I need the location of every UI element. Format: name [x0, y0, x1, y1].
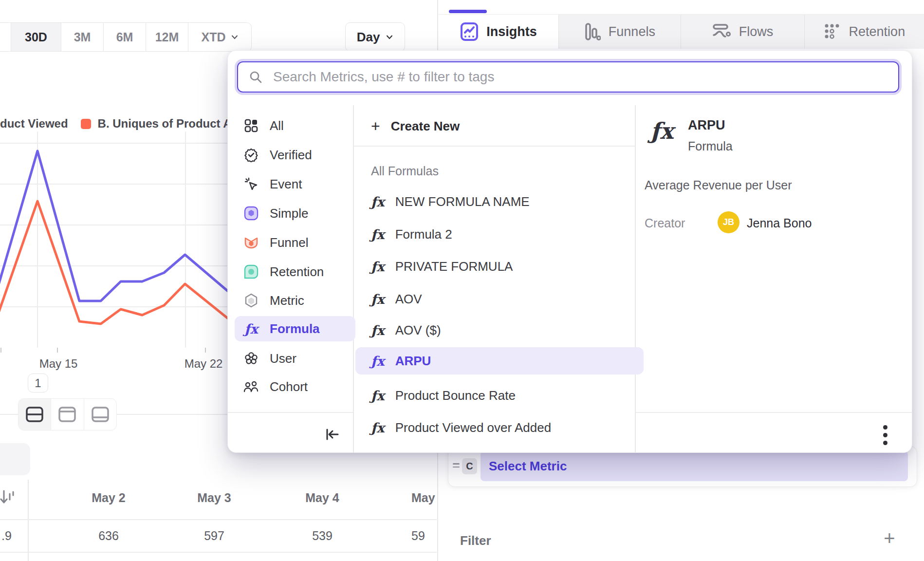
formula-item[interactable]: ƒx AOV ($): [355, 317, 644, 344]
category-all[interactable]: All: [235, 113, 355, 138]
formula-item[interactable]: ƒx Formula 2: [355, 221, 644, 248]
category-label: Metric: [270, 293, 304, 308]
collapse-sidebar-button[interactable]: [324, 427, 341, 444]
table-header-may5[interactable]: May: [411, 491, 437, 505]
detail-fx-icon: ƒx: [650, 118, 673, 144]
formula-fx-icon: ƒx: [243, 321, 259, 337]
layout-top-button[interactable]: [51, 399, 83, 430]
layout-bottom-button[interactable]: [84, 399, 116, 430]
sort-icon[interactable]: [0, 489, 15, 508]
time-range-6m[interactable]: 6M: [103, 23, 146, 51]
formula-item-label: AOV ($): [395, 323, 441, 338]
table-header-may4[interactable]: May 4: [288, 491, 356, 505]
category-label: All: [270, 118, 284, 133]
category-label: Event: [270, 177, 302, 192]
drag-handle[interactable]: [453, 461, 460, 469]
creator-avatar: JB: [718, 211, 739, 233]
metric-search: [237, 61, 899, 93]
category-label: Verified: [270, 148, 312, 163]
category-verified[interactable]: Verified: [235, 142, 355, 168]
detail-description: Average Revenue per User: [645, 178, 792, 192]
tab-flows-label: Flows: [739, 24, 774, 39]
tab-insights[interactable]: Insights: [439, 15, 558, 49]
table-column-divider: [28, 480, 29, 561]
table-cell: 59: [411, 529, 437, 543]
event-cursor-icon: [243, 176, 259, 192]
metric-picker-modal: All Verified Event Simple: [227, 50, 912, 453]
formula-item[interactable]: ƒx Product Viewed over Added: [355, 414, 644, 441]
formula-item-label: PRIVATE FORMULA: [395, 259, 513, 274]
x-axis-label-may22: May 22: [174, 357, 233, 371]
category-label: Funnel: [270, 235, 309, 250]
metric-hexagon-icon: [243, 293, 259, 308]
legend-series-a-label[interactable]: duct Viewed: [0, 117, 68, 131]
search-input[interactable]: [272, 69, 887, 85]
formula-item-label: Product Viewed over Added: [395, 420, 551, 435]
formula-fx-icon: ƒx: [371, 388, 385, 403]
select-metric-button[interactable]: Select Metric: [480, 451, 908, 481]
page-number-badge[interactable]: 1: [28, 374, 48, 393]
report-type-tabbar: Insights Funnels Flows Retention: [439, 15, 924, 49]
layout-split-button[interactable]: [18, 399, 51, 430]
time-range-12m[interactable]: 12M: [146, 23, 188, 51]
tab-retention[interactable]: Retention: [804, 15, 924, 49]
category-simple[interactable]: Simple: [235, 201, 355, 226]
tab-funnels[interactable]: Funnels: [558, 15, 680, 49]
formula-item[interactable]: ƒx Product Bounce Rate: [355, 382, 644, 409]
formula-fx-icon: ƒx: [371, 292, 385, 307]
top-panel-icon: [58, 407, 76, 422]
time-range-group: 30D 3M 6M 12M XTD: [0, 22, 252, 52]
category-funnel[interactable]: Funnel: [235, 230, 355, 255]
formula-item-arpu-selected[interactable]: ƒx ARPU: [355, 347, 644, 374]
legend-series-b-label[interactable]: B. Uniques of Product Add: [98, 117, 246, 131]
category-user[interactable]: User: [235, 346, 355, 371]
formula-item-label: NEW FORMULA NAME: [395, 194, 530, 209]
plus-icon: +: [371, 118, 380, 134]
divider: [353, 146, 635, 147]
grid-icon: [243, 118, 259, 133]
formula-fx-icon: ƒx: [371, 354, 385, 369]
flows-wave-icon: [712, 23, 731, 40]
table-side-tab[interactable]: [0, 443, 30, 475]
tab-flows[interactable]: Flows: [681, 15, 804, 49]
add-filter-button[interactable]: +: [879, 527, 900, 549]
table-cell: 539: [288, 529, 356, 543]
more-options-button[interactable]: [880, 422, 890, 449]
formula-item[interactable]: ƒx PRIVATE FORMULA: [355, 253, 644, 280]
tab-funnels-label: Funnels: [609, 24, 655, 39]
select-metric-label: Select Metric: [489, 459, 567, 474]
granularity-dropdown[interactable]: Day: [345, 22, 405, 52]
time-range-3m[interactable]: 3M: [61, 23, 103, 51]
legend-series-b-swatch: [81, 119, 91, 129]
create-new-button[interactable]: + Create New: [355, 112, 644, 140]
retention-metric-icon: [243, 264, 259, 280]
category-metric[interactable]: Metric: [235, 288, 355, 313]
simple-metric-icon: [243, 206, 259, 221]
time-range-30d[interactable]: 30D: [11, 23, 61, 51]
detail-creator-label: Creator: [645, 216, 685, 230]
filter-section-label: Filter: [460, 533, 491, 548]
chevron-down-icon: [386, 33, 393, 41]
series-a-line: [0, 151, 243, 304]
table-header-may2[interactable]: May 2: [74, 491, 143, 505]
category-label: User: [270, 351, 296, 366]
x-axis-label-may15: May 15: [29, 357, 88, 371]
detail-name: ARPU: [688, 118, 725, 133]
time-range-partial-button[interactable]: [0, 23, 11, 51]
formula-fx-icon: ƒx: [371, 323, 385, 338]
detail-type: Formula: [688, 139, 733, 153]
category-event[interactable]: Event: [235, 171, 355, 197]
category-retention[interactable]: Retention: [235, 259, 355, 284]
chart-legend: duct Viewed B. Uniques of Product Add: [0, 117, 246, 131]
tab-insights-label: Insights: [486, 24, 537, 39]
split-view-icon: [26, 407, 43, 422]
category-cohort[interactable]: Cohort: [235, 374, 355, 399]
report-tab-indicator: [449, 10, 487, 13]
formula-fx-icon: ƒx: [371, 259, 385, 274]
category-formula[interactable]: ƒx Formula: [235, 316, 355, 341]
table-row-divider: [0, 552, 437, 553]
formula-item[interactable]: ƒx NEW FORMULA NAME: [355, 188, 644, 215]
table-header-may3[interactable]: May 3: [180, 491, 248, 505]
time-range-xtd[interactable]: XTD: [188, 23, 251, 51]
formula-item[interactable]: ƒx AOV: [355, 285, 644, 313]
